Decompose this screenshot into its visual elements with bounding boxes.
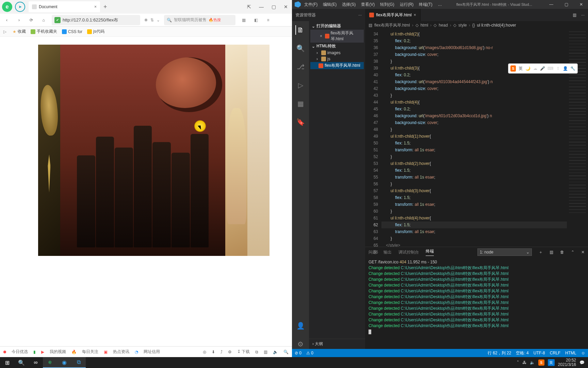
ime-tool-icon[interactable]: 🔧 (570, 65, 575, 72)
start-button[interactable]: ⊞ (0, 357, 14, 368)
menu-file[interactable]: 文件(F) (302, 2, 320, 7)
bottom-item-1[interactable]: 我的视频 (50, 349, 66, 355)
accordion-panel-2[interactable] (60, 45, 226, 256)
editor-tab[interactable]: flex布局手风琴.html × (365, 9, 421, 21)
ime-cloud-icon[interactable]: ☁ (533, 65, 538, 72)
activity-scm-icon[interactable]: ⎇ (296, 62, 305, 72)
close-icon[interactable]: ✕ (280, 0, 292, 14)
ime-user-icon[interactable]: 👤 (563, 65, 568, 72)
bottom-icon-1[interactable]: ⬇ (212, 350, 215, 354)
terminal-new-icon[interactable]: ＋ (539, 249, 543, 255)
terminal-maximize-icon[interactable]: ⌃ (571, 250, 574, 255)
bottom-download[interactable]: ↧ 下载 (237, 349, 250, 355)
status-indent[interactable]: 空格: 4 (516, 350, 528, 356)
term-tab-output[interactable]: 输出 (383, 249, 392, 255)
back-icon[interactable]: ‹ (3, 16, 11, 24)
tray-clock[interactable]: 20:522021/3/16 (558, 358, 576, 367)
ime-toolbar[interactable]: S 英 🌙 ☁ 🎤 ⌨ ⇪ 👤 🔧 (508, 63, 578, 74)
bottom-icon-6[interactable]: ▥ (264, 350, 267, 354)
activity-extensions-icon[interactable]: ▦ (296, 99, 305, 108)
pin-icon[interactable]: ⇱ (243, 0, 255, 14)
bookmark-js[interactable]: js代码 (87, 29, 104, 34)
menu-select[interactable]: 选择(S) (340, 2, 358, 7)
accordion-panel-4[interactable] (247, 45, 270, 256)
bottom-item-3[interactable]: 热点资讯 (113, 349, 129, 355)
new-tab-button[interactable]: + (103, 3, 107, 11)
code-area[interactable]: ul li:nth-child(2){ flex: 0.2; backgroun… (381, 29, 567, 247)
status-lang[interactable]: HTML (565, 351, 576, 355)
tab-close-icon[interactable]: × (94, 4, 97, 9)
chevron-down-icon[interactable]: ⌄ (157, 18, 160, 22)
menu-edit[interactable]: 编辑(E) (321, 2, 339, 7)
open-editor-file[interactable]: × flex布局手风琴.html (310, 30, 364, 43)
terminal-body[interactable]: GET /favicon.ico 404 11.952 ms - 150Chan… (365, 257, 588, 349)
browser-logo-icon[interactable]: e (2, 2, 12, 12)
status-feedback-icon[interactable]: ☺ (581, 351, 585, 355)
activity-gear-icon[interactable]: ⚙ (296, 339, 305, 349)
minimize-icon[interactable]: — (255, 0, 267, 14)
activity-explorer-icon[interactable]: 🗎 (295, 25, 305, 35)
tray-ime[interactable]: 英 (548, 359, 555, 366)
terminal-split-icon[interactable]: ▥ (550, 250, 553, 255)
split-editor-icon[interactable]: ▥ (573, 13, 576, 17)
vscode-minimize-icon[interactable]: — (544, 0, 558, 9)
outline-header[interactable]: › 大纲 (309, 339, 365, 349)
breadcrumb[interactable]: ▤flex布局手风琴.html› ◇html› ◇head› ◇style› {… (365, 21, 588, 29)
tray-notifications-icon[interactable]: 💬 (579, 360, 585, 365)
menu-run[interactable]: 运行(R) (398, 2, 416, 7)
search-box[interactable]: 🔍 智联猫聘简历被售 🔥热搜 (164, 15, 235, 25)
tray-network-icon[interactable]: 🖧 (522, 360, 526, 365)
bookmark-mobile[interactable]: 手机收藏夹 (31, 29, 57, 34)
term-tab-terminal[interactable]: 终端 (426, 248, 434, 256)
project-header[interactable]: ⌄HTML特效 (310, 43, 364, 50)
ime-lang[interactable]: 英 (518, 65, 523, 72)
accordion-panel-3[interactable] (225, 45, 247, 256)
home-icon[interactable]: ⌂ (39, 16, 48, 24)
terminal-close-icon[interactable]: ✕ (581, 250, 585, 255)
open-editor-close-icon[interactable]: × (320, 34, 322, 39)
task-app-3[interactable]: ◉ (57, 357, 71, 368)
bookmark-css[interactable]: CSS for (62, 29, 82, 34)
browser-tab[interactable]: Document × (29, 1, 100, 12)
editor-tab-close-icon[interactable]: × (414, 13, 416, 17)
activity-account-icon[interactable]: 👤 (296, 321, 305, 331)
bookmark-favorites[interactable]: ★收藏 (13, 29, 26, 34)
bottom-item-4[interactable]: 网址信用 (144, 349, 160, 355)
task-browser[interactable]: e (43, 357, 57, 368)
bottom-icon-5[interactable]: ⧉ (255, 350, 258, 354)
status-encoding[interactable]: UTF-8 (534, 351, 545, 355)
task-vscode[interactable]: ⧉ (71, 357, 86, 368)
open-editors-header[interactable]: ⌄打开的编辑器 (310, 22, 364, 30)
activity-search-icon[interactable]: 🔍 (296, 44, 305, 53)
vscode-close-icon[interactable]: ✕ (574, 0, 588, 9)
terminal-trash-icon[interactable]: 🗑 (560, 250, 564, 255)
status-errors[interactable]: ⊘ 0 (295, 351, 301, 355)
folder-images[interactable]: ›images (310, 50, 364, 56)
panel-icon[interactable]: ◧ (252, 16, 260, 24)
menu-goto[interactable]: 转到(G) (378, 2, 396, 7)
minimap[interactable] (567, 29, 588, 247)
ime-kbd-icon[interactable]: ⌨ (548, 65, 553, 72)
tray-up-icon[interactable]: ˄ (517, 360, 519, 365)
explorer-more-icon[interactable]: ··· (358, 13, 362, 17)
ime-moon-icon[interactable]: 🌙 (525, 65, 531, 72)
swap-icon[interactable]: ⇅ (150, 18, 154, 22)
bottom-icon-8[interactable]: 🔍 (283, 350, 289, 354)
bottom-icon-7[interactable]: 🔈 (273, 350, 278, 354)
bottom-item-2[interactable]: 每日关注 (82, 349, 98, 355)
ime-mic-icon[interactable]: 🎤 (540, 65, 545, 72)
bottom-icon-3[interactable]: ⚙ (228, 350, 232, 354)
reload-icon[interactable]: ⟳ (27, 16, 35, 24)
sparkle-icon[interactable]: ❋ (144, 18, 148, 22)
activity-bookmark-icon[interactable]: 🔖 (296, 117, 305, 127)
bottom-icon-0[interactable]: ◎ (203, 350, 206, 354)
menu-icon[interactable]: ≡ (264, 16, 272, 24)
activity-debug-icon[interactable]: ▷ (296, 80, 305, 90)
term-tab-debug[interactable]: 调试控制台 (398, 249, 419, 255)
tab-more-icon[interactable]: ··· (581, 13, 585, 17)
url-box[interactable]: ✔ (52, 15, 140, 25)
status-eol[interactable]: CRLF (550, 351, 560, 355)
compass-icon[interactable]: ➤ (15, 2, 25, 12)
bottom-icon-2[interactable]: ⤴ (220, 350, 223, 354)
play-icon[interactable]: ▷ (3, 29, 6, 34)
